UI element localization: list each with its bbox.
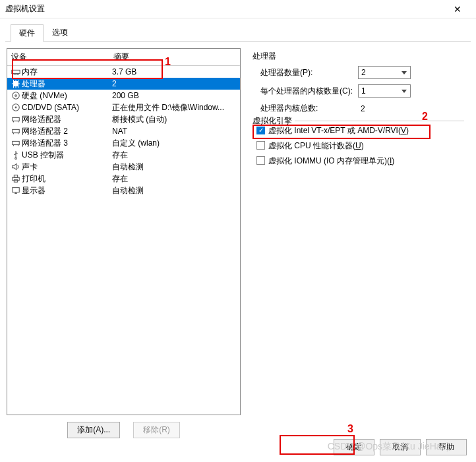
total-cores-label: 处理器内核总数: xyxy=(260,103,353,114)
virt-vtx-label: 虚拟化 Intel VT-x/EPT 或 AMD-V/RVI(V) xyxy=(268,125,409,136)
device-summary: 自定义 (wlan) xyxy=(112,138,237,149)
virt-perf-checkbox[interactable] xyxy=(256,141,265,150)
printer-icon xyxy=(10,174,22,183)
device-row-cd[interactable]: CD/DVD (SATA)正在使用文件 D:\镜像\Window... xyxy=(7,101,240,113)
footer-buttons: 确定 取消 帮助 xyxy=(334,439,467,455)
col-header-device: 设备 xyxy=(7,49,109,65)
device-row-net[interactable]: 网络适配器桥接模式 (自动) xyxy=(7,113,240,125)
device-summary: 存在 xyxy=(112,173,237,185)
remove-button[interactable]: 移除(R) xyxy=(133,422,180,438)
device-name: CD/DVD (SATA) xyxy=(22,103,112,112)
svg-rect-1 xyxy=(14,82,18,86)
device-summary: 自动检测 xyxy=(112,185,237,196)
virt-group-legend: 虚拟化引擎 xyxy=(253,115,295,127)
field-num-processors: 处理器数量(P): 2 xyxy=(260,66,464,79)
svg-rect-8 xyxy=(13,141,20,144)
device-summary: 桥接模式 (自动) xyxy=(112,114,237,125)
left-panel: 设备 摘要 内存3.7 GB处理器2硬盘 (NVMe)200 GBCD/DVD … xyxy=(7,48,241,438)
svg-rect-0 xyxy=(12,70,20,73)
virt-perf-label: 虚拟化 CPU 性能计数器(U) xyxy=(268,140,364,152)
virt-group-line: 虚拟化引擎 xyxy=(253,121,464,121)
svg-rect-12 xyxy=(14,180,17,183)
device-summary: 正在使用文件 D:\镜像\Window... xyxy=(112,102,237,113)
device-name: 网络适配器 xyxy=(22,114,112,125)
virt-iommu-row[interactable]: 虚拟化 IOMMU (IO 内存管理单元)(I) xyxy=(256,156,464,167)
device-summary: 存在 xyxy=(112,150,237,161)
device-name: 显示器 xyxy=(22,185,112,196)
help-button[interactable]: 帮助 xyxy=(426,439,467,455)
num-processors-select[interactable]: 2 xyxy=(358,66,411,79)
svg-point-3 xyxy=(15,95,17,97)
device-name: 硬盘 (NVMe) xyxy=(22,90,112,101)
device-row-memory[interactable]: 内存3.7 GB xyxy=(7,66,240,78)
usb-icon xyxy=(10,150,22,159)
window-title: 虚拟机设置 xyxy=(5,3,444,14)
left-buttons: 添加(A)... 移除(R) xyxy=(7,415,241,438)
virt-vtx-row[interactable]: 虚拟化 Intel VT-x/EPT 或 AMD-V/RVI(V) xyxy=(256,125,464,136)
device-name: 内存 xyxy=(22,67,112,78)
net-icon xyxy=(10,138,22,148)
total-cores-value: 2 xyxy=(358,104,411,113)
svg-point-9 xyxy=(15,158,17,159)
right-panel: 处理器 处理器数量(P): 2 每个处理器的内核数量(C): 1 处理器内核总数… xyxy=(247,48,469,438)
group-processor-title: 处理器 xyxy=(253,51,464,62)
net-icon xyxy=(10,127,22,136)
tab-options[interactable]: 选项 xyxy=(44,24,76,41)
ok-button[interactable]: 确定 xyxy=(334,439,374,455)
device-name: 处理器 xyxy=(22,78,112,90)
device-name: 网络适配器 3 xyxy=(22,138,112,149)
display-icon xyxy=(10,186,22,195)
svg-rect-7 xyxy=(13,129,20,132)
device-name: 网络适配器 2 xyxy=(22,126,112,137)
device-row-net[interactable]: 网络适配器 2NAT xyxy=(7,125,240,137)
field-total-cores: 处理器内核总数: 2 xyxy=(260,103,464,114)
cancel-button[interactable]: 取消 xyxy=(380,439,421,455)
add-button[interactable]: 添加(A)... xyxy=(67,422,120,438)
device-row-usb[interactable]: USB 控制器存在 xyxy=(7,149,240,161)
col-header-summary: 摘要 xyxy=(109,49,240,65)
device-name: USB 控制器 xyxy=(22,150,112,161)
device-row-sound[interactable]: 声卡自动检测 xyxy=(7,161,240,173)
net-icon xyxy=(10,115,22,124)
cpu-icon xyxy=(10,79,22,88)
device-summary: 3.7 GB xyxy=(112,67,237,76)
tab-bar: 硬件 选项 xyxy=(5,21,471,42)
device-list-body: 内存3.7 GB处理器2硬盘 (NVMe)200 GBCD/DVD (SATA)… xyxy=(7,66,240,196)
svg-point-5 xyxy=(15,107,16,108)
svg-rect-6 xyxy=(13,117,20,121)
virt-vtx-checkbox[interactable] xyxy=(256,126,265,134)
cd-icon xyxy=(10,103,22,112)
device-row-disk[interactable]: 硬盘 (NVMe)200 GB xyxy=(7,90,240,101)
device-summary: NAT xyxy=(112,127,237,136)
device-summary: 2 xyxy=(112,79,237,88)
sound-icon xyxy=(10,162,22,171)
device-list: 设备 摘要 内存3.7 GB处理器2硬盘 (NVMe)200 GBCD/DVD … xyxy=(7,48,241,415)
num-processors-label: 处理器数量(P): xyxy=(260,67,353,78)
svg-point-2 xyxy=(13,92,20,100)
device-summary: 自动检测 xyxy=(112,161,237,173)
device-summary: 200 GB xyxy=(112,91,237,100)
close-button[interactable]: ✕ xyxy=(444,0,471,18)
device-row-display[interactable]: 显示器自动检测 xyxy=(7,185,240,196)
content-area: 设备 摘要 内存3.7 GB处理器2硬盘 (NVMe)200 GBCD/DVD … xyxy=(0,42,476,445)
virt-perf-row[interactable]: 虚拟化 CPU 性能计数器(U) xyxy=(256,140,464,152)
device-row-cpu[interactable]: 处理器2 xyxy=(7,78,240,90)
svg-rect-11 xyxy=(14,175,17,178)
num-processors-value: 2 xyxy=(361,68,366,77)
cores-select[interactable]: 1 xyxy=(358,84,411,98)
svg-point-4 xyxy=(13,104,20,111)
device-row-printer[interactable]: 打印机存在 xyxy=(7,173,240,185)
cores-label: 每个处理器的内核数量(C): xyxy=(260,86,353,97)
list-header: 设备 摘要 xyxy=(7,49,240,66)
virt-iommu-checkbox[interactable] xyxy=(256,156,265,165)
virt-iommu-label: 虚拟化 IOMMU (IO 内存管理单元)(I) xyxy=(268,156,394,167)
titlebar: 虚拟机设置 ✕ xyxy=(0,0,476,18)
svg-rect-13 xyxy=(13,188,20,192)
memory-icon xyxy=(10,67,22,76)
cores-value: 1 xyxy=(361,86,366,96)
device-name: 打印机 xyxy=(22,173,112,185)
device-row-net[interactable]: 网络适配器 3自定义 (wlan) xyxy=(7,137,240,149)
tab-hardware[interactable]: 硬件 xyxy=(11,24,44,42)
disk-icon xyxy=(10,91,22,100)
device-name: 声卡 xyxy=(22,161,112,173)
